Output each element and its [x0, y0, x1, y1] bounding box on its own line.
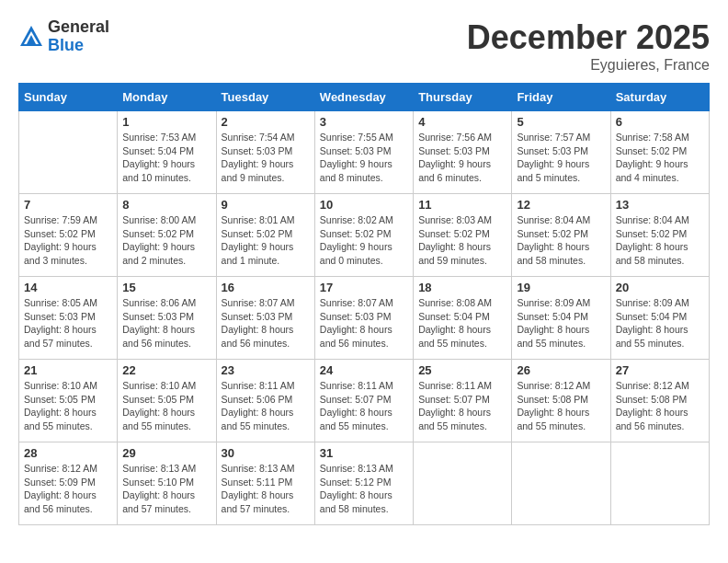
calendar-day-cell: 4Sunrise: 7:56 AMSunset: 5:03 PMDaylight… — [414, 111, 512, 194]
day-info: Sunrise: 7:59 AMSunset: 5:02 PMDaylight:… — [24, 213, 112, 268]
day-info: Sunrise: 8:05 AMSunset: 5:03 PMDaylight:… — [24, 296, 112, 350]
day-of-week-header: Wednesday — [314, 84, 413, 111]
calendar-day-cell: 7Sunrise: 7:59 AMSunset: 5:02 PMDaylight… — [19, 194, 118, 277]
day-number: 26 — [517, 363, 605, 377]
day-info: Sunrise: 8:09 AMSunset: 5:04 PMDaylight:… — [616, 296, 704, 350]
day-info: Sunrise: 8:11 AMSunset: 5:06 PMDaylight:… — [222, 379, 310, 433]
calendar-day-cell: 26Sunrise: 8:12 AMSunset: 5:08 PMDayligh… — [512, 360, 610, 442]
calendar-week-row: 1Sunrise: 7:53 AMSunset: 5:04 PMDaylight… — [19, 111, 710, 194]
calendar-day-cell: 1Sunrise: 7:53 AMSunset: 5:04 PMDaylight… — [118, 111, 216, 194]
day-number: 6 — [616, 115, 704, 129]
day-of-week-header: Tuesday — [216, 84, 314, 111]
calendar-day-cell: 18Sunrise: 8:08 AMSunset: 5:04 PMDayligh… — [414, 277, 512, 360]
day-info: Sunrise: 8:10 AMSunset: 5:05 PMDaylight:… — [122, 379, 210, 433]
day-info: Sunrise: 8:13 AMSunset: 5:12 PMDaylight:… — [320, 462, 408, 516]
calendar-table: SundayMondayTuesdayWednesdayThursdayFrid… — [18, 83, 710, 525]
day-number: 30 — [222, 446, 310, 460]
calendar-day-cell: 8Sunrise: 8:00 AMSunset: 5:02 PMDaylight… — [118, 194, 216, 277]
day-number: 16 — [222, 281, 310, 294]
calendar-day-cell: 9Sunrise: 8:01 AMSunset: 5:02 PMDaylight… — [216, 194, 314, 277]
calendar-day-cell: 24Sunrise: 8:11 AMSunset: 5:07 PMDayligh… — [314, 360, 413, 442]
day-of-week-header: Friday — [512, 84, 610, 111]
day-number: 18 — [418, 281, 506, 294]
day-number: 23 — [222, 363, 310, 377]
day-number: 29 — [122, 446, 210, 460]
day-info: Sunrise: 8:12 AMSunset: 5:08 PMDaylight:… — [517, 379, 605, 433]
logo-blue: Blue — [48, 37, 109, 55]
day-info: Sunrise: 8:04 AMSunset: 5:02 PMDaylight:… — [517, 213, 605, 268]
day-number: 5 — [517, 115, 605, 129]
day-of-week-header: Saturday — [610, 84, 709, 111]
day-number: 25 — [418, 363, 506, 377]
calendar-day-cell: 23Sunrise: 8:11 AMSunset: 5:06 PMDayligh… — [216, 360, 314, 442]
day-number: 19 — [517, 281, 605, 294]
day-number: 27 — [616, 363, 704, 377]
calendar-day-cell — [19, 111, 118, 194]
calendar-day-cell: 22Sunrise: 8:10 AMSunset: 5:05 PMDayligh… — [118, 360, 216, 442]
day-number: 14 — [24, 281, 112, 294]
calendar-header-row: SundayMondayTuesdayWednesdayThursdayFrid… — [19, 84, 710, 111]
day-info: Sunrise: 8:13 AMSunset: 5:11 PMDaylight:… — [222, 462, 310, 516]
day-number: 24 — [320, 363, 408, 377]
day-number: 10 — [320, 198, 408, 212]
day-info: Sunrise: 7:54 AMSunset: 5:03 PMDaylight:… — [222, 131, 310, 185]
calendar-day-cell: 14Sunrise: 8:05 AMSunset: 5:03 PMDayligh… — [19, 277, 118, 360]
day-info: Sunrise: 7:57 AMSunset: 5:03 PMDaylight:… — [517, 131, 605, 185]
calendar-week-row: 7Sunrise: 7:59 AMSunset: 5:02 PMDaylight… — [19, 194, 710, 277]
day-number: 17 — [320, 281, 408, 294]
day-info: Sunrise: 8:13 AMSunset: 5:10 PMDaylight:… — [122, 462, 210, 516]
day-number: 4 — [418, 115, 506, 129]
day-info: Sunrise: 7:55 AMSunset: 5:03 PMDaylight:… — [320, 131, 408, 185]
day-number: 20 — [616, 281, 704, 294]
day-info: Sunrise: 8:11 AMSunset: 5:07 PMDaylight:… — [320, 379, 408, 433]
day-info: Sunrise: 8:00 AMSunset: 5:02 PMDaylight:… — [122, 213, 210, 268]
day-of-week-header: Monday — [118, 84, 216, 111]
logo-general: General — [48, 18, 109, 37]
calendar-day-cell: 30Sunrise: 8:13 AMSunset: 5:11 PMDayligh… — [216, 442, 314, 525]
day-info: Sunrise: 8:07 AMSunset: 5:03 PMDaylight:… — [320, 296, 408, 350]
calendar-day-cell — [512, 442, 610, 525]
day-info: Sunrise: 8:12 AMSunset: 5:08 PMDaylight:… — [616, 379, 704, 433]
day-number: 22 — [122, 363, 210, 377]
day-number: 2 — [222, 115, 310, 129]
day-info: Sunrise: 8:07 AMSunset: 5:03 PMDaylight:… — [222, 296, 310, 350]
calendar-day-cell: 11Sunrise: 8:03 AMSunset: 5:02 PMDayligh… — [414, 194, 512, 277]
calendar-week-row: 14Sunrise: 8:05 AMSunset: 5:03 PMDayligh… — [19, 277, 710, 360]
location: Eyguieres, France — [467, 57, 710, 74]
day-info: Sunrise: 8:04 AMSunset: 5:02 PMDaylight:… — [616, 213, 704, 268]
month-title: December 2025 — [467, 18, 710, 57]
day-info: Sunrise: 8:02 AMSunset: 5:02 PMDaylight:… — [320, 213, 408, 268]
calendar-day-cell: 15Sunrise: 8:06 AMSunset: 5:03 PMDayligh… — [118, 277, 216, 360]
calendar-day-cell: 21Sunrise: 8:10 AMSunset: 5:05 PMDayligh… — [19, 360, 118, 442]
day-number: 28 — [24, 446, 112, 460]
day-number: 9 — [222, 198, 310, 212]
calendar-day-cell: 31Sunrise: 8:13 AMSunset: 5:12 PMDayligh… — [314, 442, 413, 525]
calendar-day-cell: 5Sunrise: 7:57 AMSunset: 5:03 PMDaylight… — [512, 111, 610, 194]
day-of-week-header: Sunday — [19, 84, 118, 111]
calendar-day-cell: 16Sunrise: 8:07 AMSunset: 5:03 PMDayligh… — [216, 277, 314, 360]
day-info: Sunrise: 8:06 AMSunset: 5:03 PMDaylight:… — [122, 296, 210, 350]
day-number: 8 — [122, 198, 210, 212]
calendar-day-cell: 29Sunrise: 8:13 AMSunset: 5:10 PMDayligh… — [118, 442, 216, 525]
calendar-day-cell: 25Sunrise: 8:11 AMSunset: 5:07 PMDayligh… — [414, 360, 512, 442]
day-number: 21 — [24, 363, 112, 377]
day-number: 7 — [24, 198, 112, 212]
day-info: Sunrise: 8:01 AMSunset: 5:02 PMDaylight:… — [222, 213, 310, 268]
day-info: Sunrise: 8:10 AMSunset: 5:05 PMDaylight:… — [24, 379, 112, 433]
day-number: 11 — [418, 198, 506, 212]
calendar-day-cell: 20Sunrise: 8:09 AMSunset: 5:04 PMDayligh… — [610, 277, 709, 360]
calendar-day-cell: 19Sunrise: 8:09 AMSunset: 5:04 PMDayligh… — [512, 277, 610, 360]
title-area: December 2025 Eyguieres, France — [467, 18, 710, 74]
day-info: Sunrise: 8:11 AMSunset: 5:07 PMDaylight:… — [418, 379, 506, 433]
day-number: 1 — [122, 115, 210, 129]
day-info: Sunrise: 7:58 AMSunset: 5:02 PMDaylight:… — [616, 131, 704, 185]
day-of-week-header: Thursday — [414, 84, 512, 111]
logo-icon — [18, 24, 44, 50]
calendar-day-cell: 3Sunrise: 7:55 AMSunset: 5:03 PMDaylight… — [314, 111, 413, 194]
day-number: 13 — [616, 198, 704, 212]
logo-text: General Blue — [48, 18, 109, 55]
calendar-day-cell: 17Sunrise: 8:07 AMSunset: 5:03 PMDayligh… — [314, 277, 413, 360]
calendar-day-cell: 27Sunrise: 8:12 AMSunset: 5:08 PMDayligh… — [610, 360, 709, 442]
day-number: 3 — [320, 115, 408, 129]
calendar-day-cell: 28Sunrise: 8:12 AMSunset: 5:09 PMDayligh… — [19, 442, 118, 525]
